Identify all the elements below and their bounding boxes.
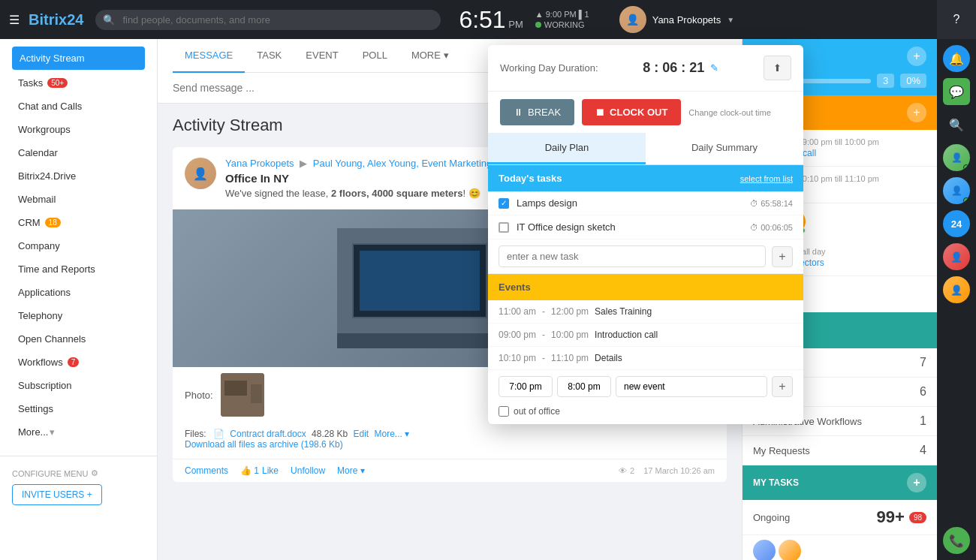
stop-icon: ⏹: [595, 107, 605, 118]
bell-notification-button[interactable]: 🔔: [943, 45, 970, 72]
hamburger-menu[interactable]: ☰: [0, 13, 29, 27]
post-files: Files: 📄 Contract draft.docx 48.28 Kb Ed…: [173, 423, 727, 459]
sidebar-item-calendar[interactable]: Calendar: [6, 141, 151, 164]
add-event-button[interactable]: +: [772, 376, 793, 397]
event-item-3: 10:10 pm - 11:10 pm Details: [488, 347, 803, 370]
post-views: 👁 2 17 March 10:26 am: [619, 466, 715, 475]
current-time: 6:51 PM: [459, 6, 523, 34]
chevron-down-icon: ▼: [727, 16, 734, 24]
post-recipients[interactable]: Paul Young, Alex Young, Event Marketing …: [313, 158, 503, 169]
sidebar-item-tasks[interactable]: Tasks 50+: [6, 71, 151, 95]
post-actions-left: Comments 👍 1 Like Unfollow More ▾: [185, 465, 365, 476]
file-edit-link[interactable]: Edit: [353, 429, 369, 439]
unfollow-link[interactable]: Unfollow: [291, 465, 325, 476]
sidebar-search-button[interactable]: 🔍: [943, 111, 970, 138]
sidebar-item-subscription[interactable]: Subscription: [6, 374, 151, 397]
sidebar-item-company[interactable]: Company: [6, 234, 151, 257]
rp-bottom-avatars: [743, 535, 937, 560]
crm-badge: 18: [45, 218, 61, 227]
like-button[interactable]: 👍 1 Like: [240, 465, 279, 476]
break-button[interactable]: ⏸ BREAK: [500, 99, 574, 125]
file-link[interactable]: Contract draft.docx: [230, 429, 306, 439]
sidebar-item-workflows[interactable]: Workflows 7: [6, 351, 151, 374]
sidebar-item-webmail[interactable]: Webmail: [6, 188, 151, 211]
edit-duration-icon[interactable]: ✎: [710, 62, 718, 74]
event-item-2: 09:00 pm - 10:00 pm Introduction call: [488, 324, 803, 347]
sidebar-item-settings[interactable]: Settings: [6, 397, 151, 420]
clockout-button[interactable]: ⏹ CLOCK OUT: [582, 99, 681, 125]
tasks-badge: 50+: [47, 78, 68, 88]
sidebar-item-open-channels[interactable]: Open Channels: [6, 327, 151, 351]
phone-button[interactable]: 📞: [943, 527, 970, 554]
modal-header: Working Day Duration: 8 : 06 : 21 ✎ ⬆: [488, 45, 803, 92]
post-author-avatar: 👤: [185, 158, 216, 189]
status-dot: [535, 22, 541, 28]
task-checkbox-1[interactable]: ✓: [499, 198, 509, 209]
help-button[interactable]: ?: [937, 0, 976, 39]
sidebar-item-drive[interactable]: Bitrix24.Drive: [6, 164, 151, 188]
new-event-name-input[interactable]: [616, 376, 767, 397]
rp-tasks-pct: 0%: [900, 74, 926, 88]
tab-poll[interactable]: POLL: [351, 39, 399, 73]
sidebar-avatar-4[interactable]: 👤: [943, 276, 970, 303]
sidebar-bottom: CONFIGURE MENU ⚙ INVITE USERS +: [0, 456, 157, 517]
new-event-end-input[interactable]: [557, 376, 611, 397]
new-task-input[interactable]: [499, 245, 766, 267]
sidebar: Activity Stream Tasks 50+ Chat and Calls…: [0, 39, 158, 560]
change-clockout-link[interactable]: Change clock-out time: [688, 108, 770, 117]
chevron-down-icon: ▾: [50, 426, 55, 438]
file-download-link[interactable]: Download all files as archive (198.6 Kb): [185, 439, 343, 450]
post-arrow-icon: ▶: [300, 158, 310, 169]
sidebar-avatar-1[interactable]: 👤: [943, 144, 970, 171]
tab-daily-summary[interactable]: Daily Summary: [646, 133, 803, 164]
events-section-header: Events: [488, 274, 803, 300]
sidebar-item-time-reports[interactable]: Time and Reports: [6, 257, 151, 281]
configure-menu-link[interactable]: CONFIGURE MENU ⚙: [12, 468, 145, 478]
rp-add-my-task-button[interactable]: +: [907, 473, 926, 492]
chevron-down-icon: ▾: [444, 50, 449, 61]
rp-my-requests-row[interactable]: My Requests 4: [743, 436, 937, 465]
online-dot: [963, 164, 969, 170]
invite-users-button[interactable]: INVITE USERS +: [12, 484, 102, 505]
sidebar-item-activity-stream[interactable]: Activity Stream: [12, 47, 145, 70]
sidebar-24-button[interactable]: 24: [943, 210, 970, 237]
more-actions-link[interactable]: More ▾: [337, 465, 365, 476]
rp-add-task-button[interactable]: +: [907, 47, 926, 66]
tab-message[interactable]: MESSAGE: [173, 39, 245, 73]
post-author-name[interactable]: Yana Prokopets: [225, 158, 294, 169]
tab-event[interactable]: EVENT: [294, 39, 350, 73]
task-item-1: ✓ Lamps design ⏱ 65:58:14: [488, 191, 803, 215]
sidebar-avatar-3[interactable]: 👤: [943, 243, 970, 270]
sidebar-item-more[interactable]: More... ▾: [6, 420, 151, 444]
out-of-office-checkbox[interactable]: [499, 406, 509, 417]
sidebar-item-chat-calls[interactable]: Chat and Calls: [6, 95, 151, 118]
tasks-select-link[interactable]: select from list: [740, 174, 793, 183]
sidebar-avatar-2[interactable]: 👤: [943, 177, 970, 204]
topbar: ☰ Bitrix24 🔍 6:51 PM ▲ 9:00 PM ▌1 WORKIN…: [0, 0, 976, 39]
rp-my-tasks-header: MY TASKS +: [743, 465, 937, 500]
chat-icon-button[interactable]: 💬: [943, 78, 970, 105]
tab-daily-plan[interactable]: Daily Plan: [488, 133, 646, 164]
sidebar-item-workgroups[interactable]: Workgroups: [6, 118, 151, 141]
sidebar-item-crm[interactable]: CRM 18: [6, 211, 151, 234]
search-input[interactable]: [95, 10, 441, 30]
add-task-button[interactable]: +: [772, 246, 793, 267]
clock-area: 6:51 PM ▲ 9:00 PM ▌1 WORKING: [441, 6, 607, 34]
tab-task[interactable]: TASK: [245, 39, 294, 73]
tab-more[interactable]: MORE ▾: [399, 39, 461, 73]
comments-link[interactable]: Comments: [185, 465, 228, 476]
photo-thumbnail[interactable]: [221, 373, 264, 417]
user-menu[interactable]: 👤 Yana Prokopets ▼: [607, 6, 746, 33]
modal-action-row: ⏸ BREAK ⏹ CLOCK OUT Change clock-out tim…: [488, 92, 803, 133]
file-more-link[interactable]: More... ▾: [375, 429, 410, 439]
new-event-start-input[interactable]: [499, 376, 553, 397]
share-button[interactable]: ⬆: [764, 56, 791, 80]
share-icon: ⬆: [773, 62, 782, 74]
rp-tasks-count: 3: [877, 74, 894, 88]
rp-add-event-button[interactable]: +: [907, 103, 926, 122]
sidebar-item-applications[interactable]: Applications: [6, 281, 151, 304]
online-dot: [963, 197, 969, 203]
task-checkbox-2[interactable]: [499, 222, 509, 233]
sidebar-item-telephony[interactable]: Telephony: [6, 304, 151, 327]
tasks-section-header: Today's tasks select from list: [488, 165, 803, 191]
